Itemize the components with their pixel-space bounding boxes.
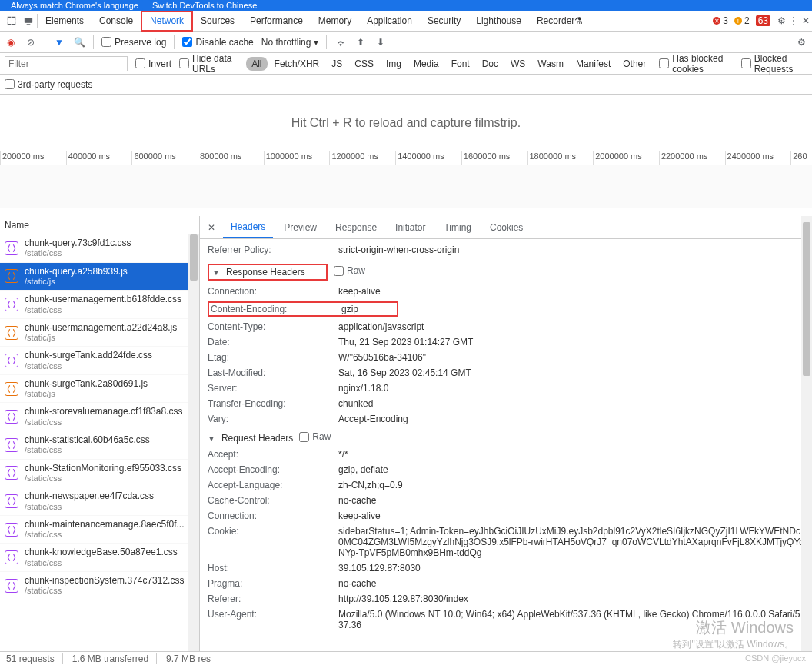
more-icon[interactable]: ⋮: [787, 15, 800, 27]
tick: 1800000 ms: [527, 151, 594, 165]
detail-tab-preview[interactable]: Preview: [276, 218, 324, 238]
detail-tab-response[interactable]: Response: [328, 218, 384, 238]
header-row: Etag:W/"650516ba-34106": [208, 350, 804, 365]
inspect-icon[interactable]: [3, 15, 20, 26]
header-row: Referrer Policy: strict-origin-when-cros…: [208, 242, 804, 258]
tab-console[interactable]: Console: [92, 11, 141, 32]
filter-bar-2: 3rd-party requests: [0, 75, 812, 95]
record-icon[interactable]: ◉: [5, 36, 17, 48]
header-key: Accept-Language:: [208, 480, 338, 490]
timeline-ruler[interactable]: 200000 ms 400000 ms 600000 ms 800000 ms …: [0, 151, 812, 165]
clear-icon[interactable]: ⊘: [25, 36, 37, 48]
request-row[interactable]: chunk-inspectionSystem.374c7312.css/stat…: [0, 572, 199, 600]
header-value: keep-alive: [338, 510, 804, 521]
raw-toggle[interactable]: Raw: [334, 265, 365, 276]
request-row[interactable]: chunk-surgeTank.add24fde.css/static/css: [0, 347, 199, 375]
request-path: /static/css: [25, 474, 181, 484]
request-row[interactable]: chunk-query.a258b939.js/static/js: [0, 263, 199, 291]
chip-manifest[interactable]: Manifest: [571, 57, 616, 71]
chip-js[interactable]: JS: [326, 57, 348, 71]
detail-tab-headers[interactable]: Headers: [223, 217, 273, 238]
search-icon[interactable]: 🔍: [73, 36, 85, 48]
chip-wasm[interactable]: Wasm: [532, 57, 569, 71]
request-row[interactable]: chunk-query.73c9fd1c.css/static/css: [0, 234, 199, 263]
filter-icon[interactable]: ▼: [53, 36, 65, 48]
request-row[interactable]: chunk-storevaluemanage.cf1f83a8.css/stat…: [0, 403, 199, 431]
chip-media[interactable]: Media: [408, 57, 444, 71]
tick: 600000 ms: [131, 151, 198, 165]
response-headers-section[interactable]: ▼ Response Headers: [208, 264, 328, 281]
raw-toggle[interactable]: Raw: [299, 431, 331, 442]
request-path: /static/css: [25, 248, 131, 258]
tab-sources[interactable]: Sources: [193, 11, 242, 32]
filter-input[interactable]: [5, 56, 128, 71]
detail-body[interactable]: Referrer Policy: strict-origin-when-cros…: [200, 239, 812, 651]
tab-recorder[interactable]: Recorder ⚗: [529, 11, 591, 32]
request-row[interactable]: chunk-knowledgeBase.50a87ee1.css/static/…: [0, 544, 199, 572]
tab-memory[interactable]: Memory: [311, 11, 359, 32]
scrollbar[interactable]: [801, 216, 812, 651]
tab-security[interactable]: Security: [420, 11, 468, 32]
chip-img[interactable]: Img: [381, 57, 407, 71]
download-icon[interactable]: ⬇: [374, 36, 387, 48]
request-row[interactable]: chunk-maintenancemanage.8aec5f0f.../stat…: [0, 516, 199, 544]
request-row[interactable]: chunk-newspaper.ee4f7cda.css/static/css: [0, 487, 199, 516]
preserve-log-checkbox[interactable]: Preserve log: [102, 37, 166, 48]
js-file-icon: [5, 382, 18, 396]
css-file-icon: [5, 410, 18, 424]
header-value: gzip: [341, 304, 395, 314]
timeline-overview[interactable]: [0, 165, 812, 208]
settings-icon[interactable]: ⚙: [795, 36, 807, 48]
request-list-body[interactable]: chunk-query.73c9fd1c.css/static/csschunk…: [0, 234, 199, 651]
wifi-icon[interactable]: [334, 36, 347, 48]
device-icon[interactable]: [20, 15, 37, 26]
infobar-pill[interactable]: Always match Chrome's language: [6, 0, 143, 11]
tick: 1200000 ms: [329, 151, 395, 165]
request-row[interactable]: chunk-StationMonitoring.ef955033.css/sta…: [0, 460, 199, 488]
chip-all[interactable]: All: [246, 57, 267, 71]
tab-elements[interactable]: Elements: [38, 11, 92, 32]
request-row[interactable]: chunk-usermanagement.a22d24a8.js/static/…: [0, 319, 199, 347]
scrollbar[interactable]: [188, 234, 199, 651]
header-row: Vary:Accept-Encoding: [208, 411, 804, 427]
header-key: Content-Type:: [208, 321, 338, 332]
has-blocked-cookies-checkbox[interactable]: Has blocked cookies: [659, 53, 733, 75]
tab-lighthouse[interactable]: Lighthouse: [468, 11, 529, 32]
request-row[interactable]: chunk-surgeTank.2a80d691.js/static/js: [0, 375, 199, 404]
chip-css[interactable]: CSS: [349, 57, 379, 71]
warning-count: 2: [744, 15, 750, 26]
third-party-checkbox[interactable]: 3rd-party requests: [5, 79, 92, 90]
status-resources: 9.7 MB res: [166, 653, 211, 664]
detail-tab-cookies[interactable]: Cookies: [482, 218, 531, 238]
request-path: /static/css: [25, 445, 150, 455]
hide-data-urls-checkbox[interactable]: Hide data URLs: [179, 53, 238, 75]
request-headers-section[interactable]: ▼ Request Headers: [208, 433, 293, 444]
throttling-select[interactable]: No throttling ▾: [261, 37, 319, 48]
chip-font[interactable]: Font: [446, 57, 475, 71]
tab-performance[interactable]: Performance: [242, 11, 311, 32]
tab-application[interactable]: Application: [359, 11, 420, 32]
chip-doc[interactable]: Doc: [477, 57, 504, 71]
header-key: Content-Encoding:: [211, 304, 341, 314]
chip-fetch[interactable]: Fetch/XHR: [269, 57, 325, 71]
gear-icon[interactable]: ⚙: [775, 15, 787, 27]
header-row: Referer:http://39.105.129.87:8030/index: [208, 591, 804, 607]
close-detail-icon[interactable]: ✕: [203, 222, 220, 233]
chip-ws[interactable]: WS: [505, 57, 531, 71]
close-icon[interactable]: ✕: [800, 15, 812, 27]
request-row[interactable]: chunk-statistical.60b46a5c.css/static/cs…: [0, 431, 199, 460]
detail-tab-timing[interactable]: Timing: [436, 218, 479, 238]
tab-network[interactable]: Network: [141, 11, 193, 32]
request-row[interactable]: chunk-usermanagement.b618fdde.css/static…: [0, 291, 199, 319]
blocked-requests-checkbox[interactable]: Blocked Requests: [741, 53, 807, 75]
invert-checkbox[interactable]: Invert: [135, 58, 171, 69]
header-row: Content-Type:application/javascript: [208, 319, 804, 334]
chevron-down-icon: ▾: [314, 37, 318, 48]
disable-cache-checkbox[interactable]: Disable cache: [182, 37, 253, 48]
chip-other[interactable]: Other: [617, 57, 651, 71]
upload-icon[interactable]: ⬆: [354, 36, 367, 48]
issue-badges[interactable]: ✕3 !2 63: [713, 15, 775, 26]
infobar-pill[interactable]: Switch DevTools to Chinese: [148, 0, 261, 11]
request-list-header[interactable]: Name: [0, 216, 199, 234]
detail-tab-initiator[interactable]: Initiator: [388, 218, 433, 238]
